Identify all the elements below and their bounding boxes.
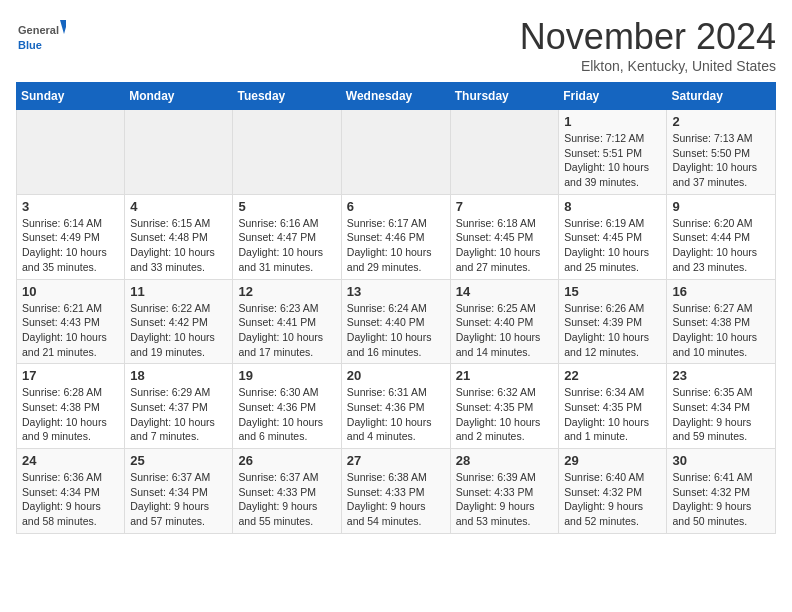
calendar-cell: 8Sunrise: 6:19 AM Sunset: 4:45 PM Daylig… [559,194,667,279]
day-info: Sunrise: 6:41 AM Sunset: 4:32 PM Dayligh… [672,470,770,529]
logo-svg: General Blue [16,16,66,56]
day-info: Sunrise: 6:18 AM Sunset: 4:45 PM Dayligh… [456,216,554,275]
day-info: Sunrise: 6:23 AM Sunset: 4:41 PM Dayligh… [238,301,335,360]
calendar-cell [233,110,341,195]
calendar-cell: 16Sunrise: 6:27 AM Sunset: 4:38 PM Dayli… [667,279,776,364]
day-number: 24 [22,453,119,468]
month-title: November 2024 [520,16,776,58]
day-info: Sunrise: 6:30 AM Sunset: 4:36 PM Dayligh… [238,385,335,444]
calendar-cell: 23Sunrise: 6:35 AM Sunset: 4:34 PM Dayli… [667,364,776,449]
day-number: 16 [672,284,770,299]
day-info: Sunrise: 7:12 AM Sunset: 5:51 PM Dayligh… [564,131,661,190]
calendar-cell: 29Sunrise: 6:40 AM Sunset: 4:32 PM Dayli… [559,449,667,534]
day-number: 5 [238,199,335,214]
svg-text:General: General [18,24,59,36]
calendar-cell: 19Sunrise: 6:30 AM Sunset: 4:36 PM Dayli… [233,364,341,449]
day-info: Sunrise: 6:39 AM Sunset: 4:33 PM Dayligh… [456,470,554,529]
calendar-cell [17,110,125,195]
day-number: 19 [238,368,335,383]
calendar-cell: 11Sunrise: 6:22 AM Sunset: 4:42 PM Dayli… [125,279,233,364]
calendar-cell: 30Sunrise: 6:41 AM Sunset: 4:32 PM Dayli… [667,449,776,534]
calendar-cell: 10Sunrise: 6:21 AM Sunset: 4:43 PM Dayli… [17,279,125,364]
calendar-cell: 17Sunrise: 6:28 AM Sunset: 4:38 PM Dayli… [17,364,125,449]
day-info: Sunrise: 6:31 AM Sunset: 4:36 PM Dayligh… [347,385,445,444]
day-info: Sunrise: 6:22 AM Sunset: 4:42 PM Dayligh… [130,301,227,360]
day-number: 2 [672,114,770,129]
day-info: Sunrise: 6:34 AM Sunset: 4:35 PM Dayligh… [564,385,661,444]
svg-text:Blue: Blue [18,39,42,51]
day-number: 21 [456,368,554,383]
calendar-cell: 24Sunrise: 6:36 AM Sunset: 4:34 PM Dayli… [17,449,125,534]
logo: General Blue [16,16,66,56]
calendar-cell: 3Sunrise: 6:14 AM Sunset: 4:49 PM Daylig… [17,194,125,279]
day-number: 10 [22,284,119,299]
weekday-header: Friday [559,83,667,110]
day-number: 12 [238,284,335,299]
day-info: Sunrise: 6:17 AM Sunset: 4:46 PM Dayligh… [347,216,445,275]
day-info: Sunrise: 6:15 AM Sunset: 4:48 PM Dayligh… [130,216,227,275]
weekday-header: Sunday [17,83,125,110]
day-info: Sunrise: 6:26 AM Sunset: 4:39 PM Dayligh… [564,301,661,360]
calendar-cell: 28Sunrise: 6:39 AM Sunset: 4:33 PM Dayli… [450,449,559,534]
day-info: Sunrise: 6:14 AM Sunset: 4:49 PM Dayligh… [22,216,119,275]
day-number: 27 [347,453,445,468]
calendar-cell: 27Sunrise: 6:38 AM Sunset: 4:33 PM Dayli… [341,449,450,534]
day-info: Sunrise: 6:37 AM Sunset: 4:34 PM Dayligh… [130,470,227,529]
day-number: 15 [564,284,661,299]
calendar-cell: 18Sunrise: 6:29 AM Sunset: 4:37 PM Dayli… [125,364,233,449]
calendar-cell [125,110,233,195]
day-info: Sunrise: 6:40 AM Sunset: 4:32 PM Dayligh… [564,470,661,529]
day-info: Sunrise: 6:19 AM Sunset: 4:45 PM Dayligh… [564,216,661,275]
calendar-week-row: 24Sunrise: 6:36 AM Sunset: 4:34 PM Dayli… [17,449,776,534]
calendar-cell: 2Sunrise: 7:13 AM Sunset: 5:50 PM Daylig… [667,110,776,195]
calendar-cell: 26Sunrise: 6:37 AM Sunset: 4:33 PM Dayli… [233,449,341,534]
weekday-header-row: SundayMondayTuesdayWednesdayThursdayFrid… [17,83,776,110]
day-number: 13 [347,284,445,299]
page-header: General Blue November 2024 Elkton, Kentu… [16,16,776,74]
calendar-cell: 20Sunrise: 6:31 AM Sunset: 4:36 PM Dayli… [341,364,450,449]
day-number: 29 [564,453,661,468]
day-number: 7 [456,199,554,214]
calendar-cell: 5Sunrise: 6:16 AM Sunset: 4:47 PM Daylig… [233,194,341,279]
weekday-header: Monday [125,83,233,110]
day-info: Sunrise: 6:21 AM Sunset: 4:43 PM Dayligh… [22,301,119,360]
day-number: 11 [130,284,227,299]
calendar-week-row: 1Sunrise: 7:12 AM Sunset: 5:51 PM Daylig… [17,110,776,195]
day-info: Sunrise: 6:16 AM Sunset: 4:47 PM Dayligh… [238,216,335,275]
day-info: Sunrise: 6:25 AM Sunset: 4:40 PM Dayligh… [456,301,554,360]
calendar-cell: 4Sunrise: 6:15 AM Sunset: 4:48 PM Daylig… [125,194,233,279]
day-number: 26 [238,453,335,468]
day-info: Sunrise: 6:29 AM Sunset: 4:37 PM Dayligh… [130,385,227,444]
calendar-cell [341,110,450,195]
day-number: 22 [564,368,661,383]
calendar-cell: 12Sunrise: 6:23 AM Sunset: 4:41 PM Dayli… [233,279,341,364]
day-number: 14 [456,284,554,299]
day-info: Sunrise: 6:37 AM Sunset: 4:33 PM Dayligh… [238,470,335,529]
calendar-cell: 21Sunrise: 6:32 AM Sunset: 4:35 PM Dayli… [450,364,559,449]
day-number: 20 [347,368,445,383]
calendar-cell: 7Sunrise: 6:18 AM Sunset: 4:45 PM Daylig… [450,194,559,279]
calendar-table: SundayMondayTuesdayWednesdayThursdayFrid… [16,82,776,534]
day-number: 30 [672,453,770,468]
day-info: Sunrise: 6:35 AM Sunset: 4:34 PM Dayligh… [672,385,770,444]
calendar-cell [450,110,559,195]
weekday-header: Tuesday [233,83,341,110]
day-number: 1 [564,114,661,129]
day-number: 8 [564,199,661,214]
day-number: 6 [347,199,445,214]
calendar-cell: 15Sunrise: 6:26 AM Sunset: 4:39 PM Dayli… [559,279,667,364]
day-number: 3 [22,199,119,214]
day-info: Sunrise: 6:38 AM Sunset: 4:33 PM Dayligh… [347,470,445,529]
calendar-cell: 25Sunrise: 6:37 AM Sunset: 4:34 PM Dayli… [125,449,233,534]
calendar-week-row: 17Sunrise: 6:28 AM Sunset: 4:38 PM Dayli… [17,364,776,449]
day-number: 9 [672,199,770,214]
day-info: Sunrise: 6:28 AM Sunset: 4:38 PM Dayligh… [22,385,119,444]
day-info: Sunrise: 7:13 AM Sunset: 5:50 PM Dayligh… [672,131,770,190]
day-number: 28 [456,453,554,468]
calendar-cell: 22Sunrise: 6:34 AM Sunset: 4:35 PM Dayli… [559,364,667,449]
calendar-cell: 9Sunrise: 6:20 AM Sunset: 4:44 PM Daylig… [667,194,776,279]
day-info: Sunrise: 6:24 AM Sunset: 4:40 PM Dayligh… [347,301,445,360]
day-number: 17 [22,368,119,383]
location: Elkton, Kentucky, United States [520,58,776,74]
day-number: 4 [130,199,227,214]
